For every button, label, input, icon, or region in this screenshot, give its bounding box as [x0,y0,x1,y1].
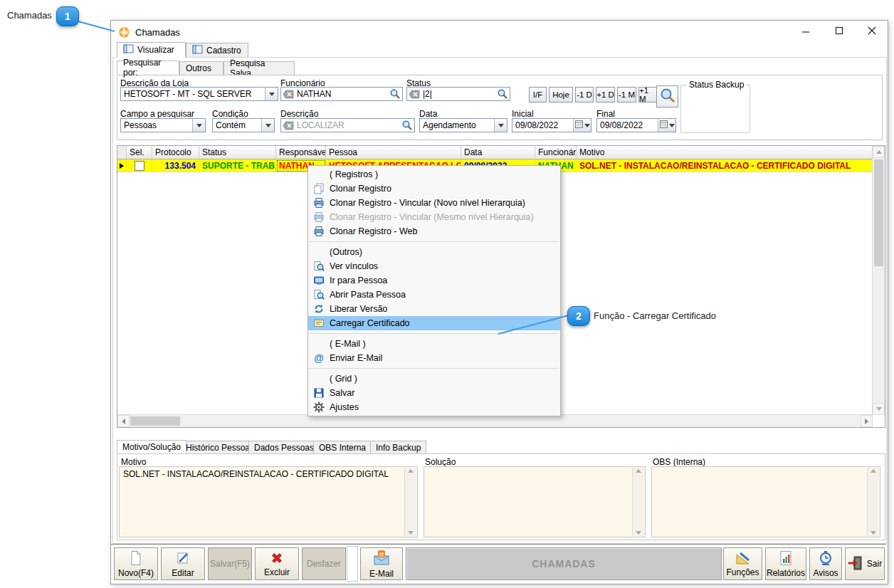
condicao-combobox[interactable]: Contém [212,118,275,132]
execute-search-button[interactable] [656,85,678,107]
menu-item-ir-para-pessoa[interactable]: Ir para Pessoa [308,273,560,288]
loja-combobox[interactable]: HETOSOFT - MT - SQL SERVER [120,87,278,101]
tab-dados-pessoas[interactable]: Dados Pessoas [248,441,320,454]
novo-button[interactable]: Novo(F4) [114,547,158,580]
scroll-down-button[interactable] [873,403,885,415]
menu-item-clonar-registro[interactable]: Clonar Registro [308,182,560,196]
column-header-data[interactable]: Data [461,146,535,159]
menu-item-clonar-vincular-mesmo[interactable]: Clonar Registro - Vincular (Mesmo nível … [308,210,560,224]
clear-icon[interactable] [409,90,420,99]
maximize-button[interactable] [829,22,850,41]
tab-obs-interna[interactable]: OBS Interna [313,441,372,454]
status-cell[interactable]: SUPORTE - TRABALHANDO [199,159,276,172]
motivo-cell[interactable]: SOL.NET - INSTALACAO/REINSTALACAO - CERT… [577,159,873,172]
clear-icon[interactable] [283,90,294,99]
menu-header-email: ( E-Mail ) [308,337,560,351]
funcoes-button[interactable]: Funções [723,547,762,580]
plus-1d-button[interactable]: +1 D [596,87,615,103]
email-button[interactable]: @ E-Mail [360,547,403,580]
salvar-button[interactable]: Salvar(F5) [208,547,252,580]
scroll-right-button[interactable] [861,415,873,427]
if-button[interactable]: I/F [529,87,547,103]
menu-header-registros: ( Registros ) [308,167,560,182]
textarea-scrollbar[interactable] [867,468,879,536]
column-header-funcionario[interactable]: Funcionário [535,146,577,159]
dropdown-button[interactable] [261,119,274,132]
column-header-pessoa[interactable]: Pessoa [326,146,461,159]
dropdown-button[interactable] [265,88,278,100]
title-bar[interactable]: Chamadas [111,21,888,43]
menu-item-salvar-grid[interactable]: Salvar [308,386,560,400]
alarm-clock-icon [818,550,833,568]
sair-button[interactable]: Sair [845,547,885,580]
calendar-dropdown-button[interactable] [658,119,675,132]
menu-item-ver-vinculos[interactable]: Ver vínculos [308,259,560,273]
tab-pesquisa-salva[interactable]: Pesquisa Salva [224,61,295,75]
current-row-arrow-icon [120,163,124,169]
funcionario-input[interactable]: NATHAN [280,87,403,101]
motivo-textarea[interactable]: SOL.NET - INSTALACAO/REINSTALACAO - CERT… [119,466,418,537]
descricao-input[interactable]: LOCALIZAR [280,118,415,132]
tab-pesquisar-por[interactable]: Pesquisar por: [117,61,179,75]
close-button[interactable] [861,22,883,41]
tab-info-backup[interactable]: Info Backup [370,441,426,454]
obs-textarea[interactable] [651,466,880,537]
minimize-button[interactable] [795,22,816,41]
chamadas-button[interactable]: CHAMADAS [406,547,722,580]
final-date-input[interactable]: 09/08/2022 [596,118,676,132]
column-header-responsavel[interactable]: Responsável [276,146,326,159]
tab-outros[interactable]: Outros [179,61,224,75]
tab-historico-pessoa-label: Histórico Pessoa [186,443,250,453]
tab-visualizar[interactable]: Visualizar [117,42,186,58]
hoje-button[interactable]: Hoje [549,87,573,103]
menu-item-liberar-versao[interactable]: Liberar Versão [308,302,560,316]
minus-1d-button[interactable]: -1 D [575,87,594,103]
row-checkbox[interactable] [135,161,144,171]
data-combobox[interactable]: Agendamento [419,118,508,132]
arrow-up-icon [636,469,641,473]
textarea-scrollbar[interactable] [632,468,644,536]
solucao-textarea[interactable] [424,466,646,537]
search-icon[interactable] [401,120,414,131]
relatorios-button[interactable]: Relatórios [765,547,806,580]
menu-item-enviar-email[interactable]: @ Enviar E-Mail [308,351,560,365]
search-icon[interactable] [389,88,402,100]
column-header-protocolo[interactable]: Protocolo [152,146,199,159]
tab-cadastro[interactable]: Cadastro [186,43,248,58]
menu-item-ajustes[interactable]: Ajustes [308,400,560,414]
campo-combobox[interactable]: Pessoas [120,118,206,132]
desfazer-button[interactable]: Desfazer [302,547,346,580]
menu-item-carregar-certificado[interactable]: Carregar Certificado [308,316,560,330]
clear-icon[interactable] [283,121,294,130]
dropdown-button[interactable] [494,119,507,132]
tab-historico-pessoa[interactable]: Histórico Pessoa [180,441,256,454]
context-menu: ( Registros ) Clonar Registro Clonar Reg… [307,165,561,416]
menu-item-abrir-pasta-pessoa[interactable]: Abrir Pasta Pessoa [308,288,560,302]
sel-cell[interactable] [127,159,152,172]
protocolo-cell[interactable]: 133.504 [152,159,199,172]
editar-button[interactable]: Editar [161,547,205,580]
scrollbar-thumb[interactable] [874,159,883,266]
excluir-button[interactable]: Excluir [255,547,299,580]
tab-motivo-solucao[interactable]: Motivo/Solução [117,440,186,453]
column-header-motivo[interactable]: Motivo [577,146,873,159]
arrow-up-icon [876,150,882,154]
calendar-dropdown-button[interactable] [573,119,591,132]
inicial-date-input[interactable]: 09/08/2022 [512,118,591,132]
plus-1m-button[interactable]: +1 M [638,87,658,103]
dropdown-button[interactable] [192,119,205,132]
textarea-scrollbar[interactable] [404,468,416,536]
search-icon [659,87,676,106]
status-input[interactable]: |2| [406,87,510,101]
column-header-sel[interactable]: Sel. [127,146,152,159]
scroll-left-button[interactable] [117,415,130,427]
avisos-button[interactable]: Avisos [809,547,842,580]
menu-item-clonar-web[interactable]: Clonar Registro - Web [308,224,560,238]
grid-vertical-scrollbar[interactable] [872,146,885,415]
menu-item-clonar-vincular-novo[interactable]: Clonar Registro - Vincular (Novo nível H… [308,196,560,210]
scrollbar-thumb[interactable] [130,416,180,426]
minus-1m-button[interactable]: -1 M [617,87,636,103]
search-icon[interactable] [497,88,510,100]
column-header-status[interactable]: Status [199,146,276,159]
scroll-up-button[interactable] [873,146,885,158]
